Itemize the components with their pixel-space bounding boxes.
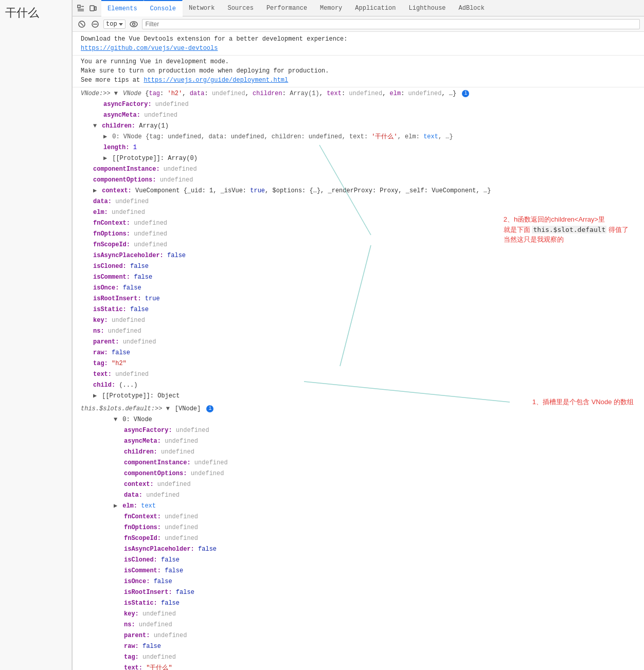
filter-input[interactable] [142, 19, 640, 29]
list-item: children: Array(1) [73, 121, 644, 132]
list-item: isComment: false [73, 272, 644, 283]
list-item: tag: "h2" [73, 358, 644, 369]
svg-point-11 [130, 22, 137, 27]
list-item: tag: undefined [73, 652, 644, 663]
list-item: length: 1 [73, 142, 644, 153]
list-item: this.$slots.default:>> [VNode] i [73, 404, 644, 414]
list-item: VNode:>> VNode {tag: 'h2', data: undefin… [73, 88, 644, 99]
list-item: isRootInsert: false [73, 587, 644, 598]
svg-rect-0 [78, 5, 80, 8]
list-item: isRootInsert: true [73, 294, 644, 304]
svg-rect-4 [90, 6, 94, 11]
list-item: isCloned: false [73, 555, 644, 566]
list-item: ns: undefined [73, 326, 644, 337]
inspect-icon[interactable] [76, 3, 86, 13]
list-item: isStatic: false [73, 598, 644, 609]
tab-application[interactable]: Application [349, 0, 402, 16]
list-item: [[Prototype]]: Object [73, 391, 644, 402]
list-item: asyncFactory: undefined [73, 425, 644, 436]
clear-console-button[interactable] [77, 19, 87, 29]
list-item: isCloned: false [73, 261, 644, 272]
sidebar: 干什么 [0, 0, 72, 670]
elm-expand[interactable] [114, 501, 119, 511]
list-item: context: undefined [73, 479, 644, 490]
slots-info-badge: i [206, 405, 213, 412]
list-item: parent: undefined [73, 630, 644, 641]
list-item: parent: undefined [73, 337, 644, 348]
console-output: Download the Vue Devtools extension for … [73, 32, 644, 670]
list-item: componentInstance: undefined [73, 458, 644, 468]
devtools-link[interactable]: https://github.com/vuejs/vue-devtools [81, 45, 218, 52]
list-item: componentOptions: undefined [73, 468, 644, 479]
list-item: children: undefined [73, 447, 644, 458]
sidebar-text: 干什么 [5, 5, 39, 21]
tab-memory[interactable]: Memory [314, 0, 349, 16]
list-item: asyncMeta: undefined [73, 436, 644, 447]
tab-sources[interactable]: Sources [221, 0, 260, 16]
list-item: fnContext: undefined [73, 512, 644, 522]
list-item: isAsyncPlaceholder: false [73, 250, 644, 261]
list-item: 0: VNode {tag: undefined, data: undefine… [73, 132, 644, 142]
list-item: isComment: false [73, 566, 644, 576]
info-badge: i [462, 90, 469, 97]
tab-elements[interactable]: Elements [101, 0, 144, 16]
list-item: raw: false [73, 348, 644, 358]
list-item: fnOptions: undefined [73, 229, 644, 240]
list-item: asyncMeta: undefined [73, 110, 644, 121]
list-item: fnScopeId: undefined [73, 533, 644, 544]
slots-expand[interactable] [166, 404, 171, 413]
list-item: text: "干什么" [73, 663, 644, 670]
list-item: text: undefined [73, 369, 644, 380]
list-item: asyncFactory: undefined [73, 99, 644, 110]
list-item: [[Prototype]]: Array(0) [73, 153, 644, 164]
eye-button[interactable] [129, 19, 139, 29]
context-expand[interactable] [93, 186, 98, 195]
tab-bar: Elements Console Network Sources Perform… [73, 0, 644, 16]
tab-lighthouse[interactable]: Lighthouse [403, 0, 453, 16]
list-item: Download the Vue Devtools extension for … [73, 34, 644, 56]
console-section: Download the Vue Devtools extension for … [73, 32, 644, 670]
tab-console[interactable]: Console [144, 0, 183, 16]
console-toolbar: top [73, 16, 644, 32]
list-item: isOnce: false [73, 576, 644, 587]
children-expand[interactable] [93, 121, 98, 131]
vnode-expand[interactable] [114, 89, 119, 98]
list-item: key: undefined [73, 315, 644, 326]
list-item: key: undefined [73, 609, 644, 620]
list-item: fnOptions: undefined [73, 522, 644, 533]
svg-point-12 [132, 23, 135, 25]
deployment-link[interactable]: https://vuejs.org/guide/deployment.html [144, 77, 288, 84]
list-item: isOnce: false [73, 283, 644, 294]
svg-rect-5 [95, 7, 96, 10]
tab-adblock[interactable]: AdBlock [453, 0, 491, 16]
list-item: elm: text [73, 501, 644, 512]
list-item: fnContext: undefined [73, 218, 644, 229]
list-item: isAsyncPlaceholder: false [73, 544, 644, 555]
preserve-log-button[interactable] [90, 19, 100, 29]
list-item: data: undefined [73, 490, 644, 501]
tab-performance[interactable]: Performance [260, 0, 314, 16]
list-item: child: (...) [73, 380, 644, 391]
list-item: isStatic: false [73, 304, 644, 315]
child0-expand[interactable] [103, 132, 109, 141]
list-item: data: undefined [73, 196, 644, 207]
prototype2-expand[interactable] [93, 391, 98, 401]
list-item: context: VueComponent {_uid: 1, _isVue: … [73, 186, 644, 196]
list-item: ns: undefined [73, 620, 644, 630]
tab-icons [73, 3, 101, 13]
list-item: 0: VNode [73, 414, 644, 425]
list-item: You are running Vue in development mode.… [73, 57, 644, 87]
list-item: elm: undefined [73, 207, 644, 218]
vnode0-expand[interactable] [114, 415, 119, 424]
svg-line-7 [80, 23, 83, 26]
list-item: componentInstance: undefined [73, 164, 644, 175]
context-selector[interactable]: top [103, 20, 126, 29]
prototype-expand[interactable] [103, 154, 109, 163]
list-item: componentOptions: undefined [73, 175, 644, 186]
list-item: raw: false [73, 641, 644, 652]
list-item: fnScopeId: undefined [73, 240, 644, 250]
devtools-panel: Elements Console Network Sources Perform… [72, 0, 644, 670]
svg-marker-10 [119, 23, 123, 26]
tab-network[interactable]: Network [183, 0, 221, 16]
device-icon[interactable] [88, 3, 98, 13]
